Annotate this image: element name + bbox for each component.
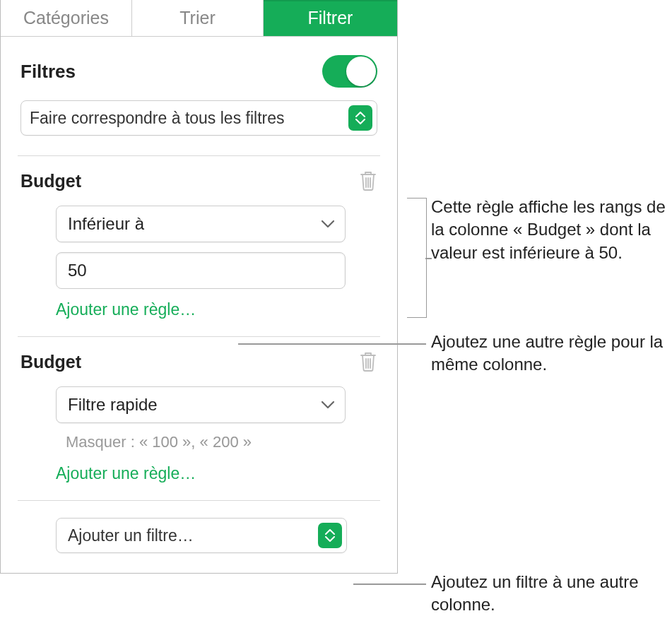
trash-icon[interactable] [359,170,377,191]
chevron-down-icon [321,401,335,409]
callout-text-1: Cette règle affiche les rangs de la colo… [431,196,671,264]
match-filter-select[interactable]: Faire correspondre à tous les filtres [20,100,377,136]
trash-icon[interactable] [359,351,377,372]
rule-section-2: Budget Filtre rapide Masquer : « 100 », … [1,337,397,500]
operator-label-2: Filtre rapide [68,395,158,415]
filter-content: Filtres Faire correspondre à tous les fi… [1,37,397,573]
add-rule-button-1[interactable]: Ajouter une règle… [56,300,377,319]
callout-text-3: Ajoutez un filtre à une autre colonne. [431,571,671,617]
callout-bracket-1 [407,198,427,318]
operator-select-1[interactable]: Inférieur à [56,206,346,242]
callout-text-2: Ajoutez une autre règle pour la même col… [431,331,671,377]
filter-panel: Catégories Trier Filtrer Filtres Faire c… [0,0,398,574]
rule-column-2: Budget [20,352,81,372]
tab-categories[interactable]: Catégories [1,0,132,36]
rule-column-1: Budget [20,171,81,191]
chevron-down-icon [321,220,335,228]
quick-filter-hint: Masquer : « 100 », « 200 » [66,433,377,451]
callout-line-2 [238,343,426,345]
filters-title: Filtres [20,61,76,83]
tab-filter[interactable]: Filtrer [264,0,397,36]
toggle-knob [346,57,376,86]
add-filter-select[interactable]: Ajouter un filtre… [56,518,347,553]
rule-header-1: Budget [20,170,377,191]
value-input-1[interactable] [56,252,346,289]
tab-sort[interactable]: Trier [132,0,264,36]
rule-header-2: Budget [20,351,377,372]
filters-toggle[interactable] [322,55,377,88]
match-select-wrap: Faire correspondre à tous les filtres [1,100,397,155]
callout-line-3 [353,583,426,585]
match-filter-label: Faire correspondre à tous les filtres [30,109,285,128]
rule-section-1: Budget Inférieur à Ajouter une règle… [1,156,397,336]
add-filter-section: Ajouter un filtre… [1,501,397,573]
stepper-icon [318,523,342,548]
add-filter-label: Ajouter un filtre… [68,526,194,545]
operator-label-1: Inférieur à [68,214,144,234]
stepper-icon [348,105,372,131]
panel-tabs: Catégories Trier Filtrer [1,0,397,37]
operator-select-2[interactable]: Filtre rapide [56,386,346,423]
add-rule-button-2[interactable]: Ajouter une règle… [56,464,377,483]
filters-header: Filtres [1,37,397,100]
